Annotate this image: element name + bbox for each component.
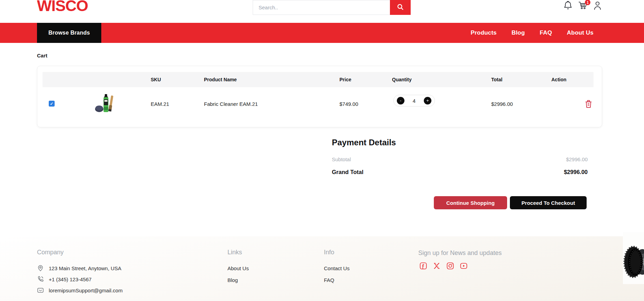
brand-logo[interactable]: WISCO <box>37 0 88 15</box>
column-action: Action <box>551 77 567 82</box>
page: WISCO 1 <box>0 0 644 301</box>
footer-company-title: Company <box>37 249 64 256</box>
grand-total-label: Grand Total <box>332 169 363 175</box>
location-pin-icon <box>37 265 44 272</box>
social-icons <box>420 262 467 270</box>
quantity-value: 4 <box>413 98 416 104</box>
nav-link-products[interactable]: Products <box>470 29 496 36</box>
footer-link-about-us[interactable]: About Us <box>227 265 249 271</box>
cell-name: Fabric Cleaner EAM.21 <box>204 101 258 107</box>
trash-icon <box>585 104 592 109</box>
footer: Company 123 Main Street, Anytown, USA +1… <box>0 236 644 301</box>
nav-link-faq[interactable]: FAQ <box>540 29 552 36</box>
search-button[interactable] <box>390 0 411 15</box>
footer-info-title: Info <box>324 249 334 256</box>
cell-sku: EAM.21 <box>151 101 169 107</box>
subtotal-value: $2996.00 <box>566 156 588 162</box>
user-icon[interactable] <box>593 1 602 10</box>
footer-email: loremipsumSupport@gmail.com <box>37 287 123 294</box>
nav-link-blog[interactable]: Blog <box>512 29 525 36</box>
continue-shopping-button[interactable]: Continue Shopping <box>434 196 507 209</box>
footer-phone: +1 (345) 123-4567 <box>37 276 92 283</box>
quantity-stepper: - 4 + <box>393 95 435 107</box>
search-bar <box>253 0 411 15</box>
quantity-decrease-button[interactable]: - <box>397 97 404 104</box>
footer-links-title: Links <box>227 249 242 256</box>
cart-count-badge: 1 <box>585 0 590 5</box>
newsletter-title: Sign up for News and updates <box>418 249 502 257</box>
search-input[interactable] <box>253 0 390 15</box>
footer-link-faq[interactable]: FAQ <box>324 277 334 283</box>
cart-table-header: SKU Product Name Price Quantity Total Ac… <box>43 72 594 87</box>
quantity-increase-button[interactable]: + <box>424 97 431 104</box>
row-checkbox[interactable]: ✓ <box>49 101 55 107</box>
footer-link-contact-us[interactable]: Contact Us <box>324 265 349 271</box>
nav-link-about-us[interactable]: About Us <box>567 29 594 36</box>
footer-address: 123 Main Street, Anytown, USA <box>37 265 121 272</box>
bell-icon[interactable] <box>563 1 572 10</box>
nav-links: Products Blog FAQ About Us <box>470 23 594 43</box>
youtube-icon[interactable] <box>460 262 467 270</box>
proceed-to-checkout-button[interactable]: Proceed To Checkout <box>510 196 587 209</box>
cart-button[interactable]: 1 <box>578 1 587 10</box>
cart-icon <box>578 5 588 11</box>
column-product: Product Name <box>204 77 237 82</box>
cell-total: $2996.00 <box>491 101 513 107</box>
search-icon <box>396 3 404 12</box>
cart-section-title: Cart <box>37 53 47 58</box>
footer-phone-text: +1 (345) 123-4567 <box>49 276 92 282</box>
delete-item-button[interactable] <box>585 100 592 108</box>
grand-total-value: $2996.00 <box>564 169 588 175</box>
footer-address-text: 123 Main Street, Anytown, USA <box>49 265 121 271</box>
envelope-icon <box>37 287 44 294</box>
product-image <box>95 93 114 113</box>
footer-link-blog[interactable]: Blog <box>227 277 238 283</box>
column-qty: Quantity <box>392 77 412 82</box>
facebook-icon[interactable] <box>420 262 427 270</box>
tire-suspension-image <box>623 232 644 284</box>
x-twitter-icon[interactable] <box>433 262 440 270</box>
column-total: Total <box>491 77 502 82</box>
payment-details-title: Payment Details <box>332 138 396 147</box>
browse-brands-button[interactable]: Browse Brands <box>37 23 101 43</box>
column-price: Price <box>339 77 351 82</box>
main-navbar: Browse Brands Products Blog FAQ About Us <box>0 23 644 43</box>
phone-icon <box>37 276 44 283</box>
subtotal-label: Subtotal <box>332 156 351 162</box>
cell-price: $749.00 <box>339 101 358 107</box>
footer-email-text: loremipsumSupport@gmail.com <box>49 288 123 293</box>
instagram-icon[interactable] <box>447 262 454 270</box>
column-sku: SKU <box>151 77 161 82</box>
